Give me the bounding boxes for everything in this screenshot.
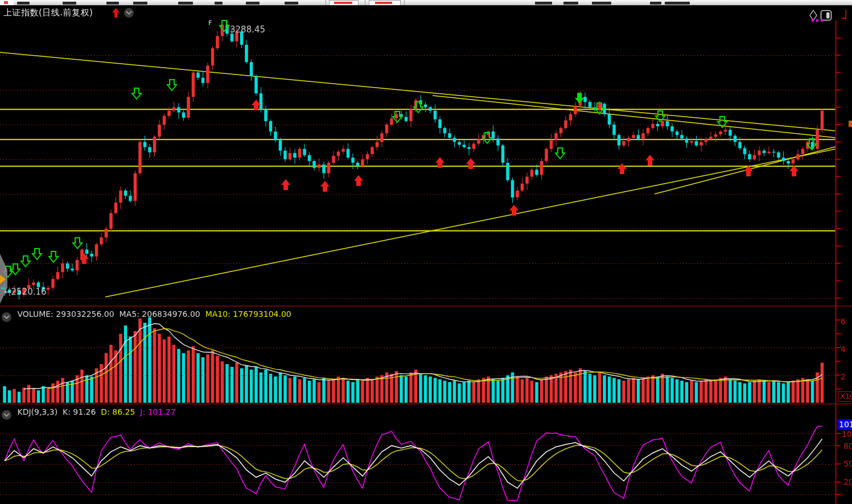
clipped-axis-label (849, 121, 852, 127)
axis-top-tick (841, 18, 846, 19)
menu-item-fragment[interactable] (592, 2, 611, 5)
ellipsis-more-icon[interactable] (812, 19, 826, 22)
kdj-axis-label: 80 (843, 441, 852, 451)
menu-item-fragment[interactable] (106, 2, 119, 5)
kdj-d-label: D: (101, 407, 110, 416)
kdj-axis-label: 20 (843, 477, 852, 486)
collapse-kdj-icon[interactable] (2, 410, 11, 420)
kdj-j-label: J: (140, 407, 145, 416)
menu-item-fragment[interactable] (63, 2, 76, 5)
menu-item-fragment[interactable] (563, 2, 578, 5)
menu-item-fragment[interactable] (665, 2, 690, 5)
kdj-j-value: 101.27 (148, 407, 176, 416)
menu-item-fragment[interactable] (17, 2, 30, 5)
volume-axis-label: 2 (841, 372, 846, 381)
volume-header: VOLUME: 293032256.00 MA5: 206834976.00 M… (2, 309, 291, 320)
menu-item-fragment[interactable] (650, 2, 661, 5)
menu-item-fragment[interactable] (535, 2, 552, 5)
kdj-k-label: K: (63, 407, 71, 416)
volume-ma5-label: MA5: (120, 309, 139, 319)
volume-ma10-value: 176793104.00 (233, 309, 291, 319)
menu-item-fragment[interactable] (246, 2, 260, 5)
chart-canvas[interactable] (0, 0, 852, 504)
volume-label: VOLUME: (17, 309, 53, 319)
menu-item-fragment[interactable] (285, 2, 298, 5)
volume-value: 293032256.00 (56, 309, 114, 319)
volume-ma5-value: 206834976.00 (142, 309, 200, 319)
volume-axis-label: 4 (841, 345, 846, 354)
menu-item-fragment[interactable] (215, 2, 223, 5)
kdj-header: KDJ(9,3,3) K: 91.26 D: 86.25 J: 101.27 (2, 407, 176, 418)
menu-item-fragment[interactable] (178, 2, 193, 5)
app-logo-icon (0, 0, 14, 5)
peak-flag-label: F (208, 19, 212, 27)
kdj-current-value-tag: 101.27 (837, 419, 852, 430)
kdj-label: KDJ(9,3,3) (17, 407, 57, 416)
peak-price-label: 3288.45 (230, 24, 265, 35)
collapse-main-chart-icon[interactable] (124, 8, 134, 18)
kdj-axis-label: 100 (842, 429, 852, 439)
kdj-k-value: 91.26 (73, 407, 96, 416)
chart-title: 上证指数(日线.前复权) (3, 7, 93, 18)
kdj-d-value: 86.25 (112, 407, 135, 416)
low-price-label: ←2520.16 (4, 287, 47, 297)
volume-unit-label: X10 (838, 391, 852, 402)
volume-ma10-label: MA10: (205, 309, 231, 319)
titlebar: 上证指数(日线.前复权) (0, 5, 852, 20)
collapse-volume-icon[interactable] (2, 312, 11, 322)
trend-up-icon (112, 7, 120, 20)
menu-item-fragment[interactable] (133, 2, 147, 5)
kdj-axis-label: 50 (843, 459, 852, 468)
volume-axis-label: 6 (841, 317, 846, 326)
